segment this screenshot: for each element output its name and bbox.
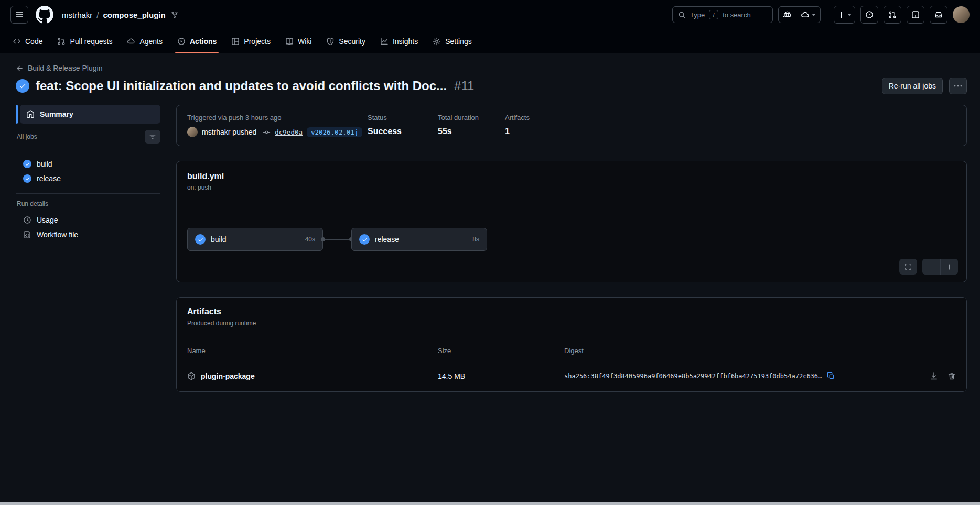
git-commit-icon (263, 128, 271, 136)
graph-node-release[interactable]: release 8s (351, 228, 487, 251)
rerun-all-jobs-button[interactable]: Re-run all jobs (882, 78, 943, 94)
run-options-kebab-button[interactable] (949, 78, 967, 94)
zoom-out-button[interactable] (922, 259, 940, 275)
play-icon (177, 37, 186, 46)
tab-code[interactable]: Code (7, 29, 48, 53)
tab-settings[interactable]: Settings (427, 29, 477, 53)
search-placeholder-prefix: Type (690, 11, 705, 19)
hamburger-menu-button[interactable] (10, 6, 28, 24)
artifact-size: 14.5 MB (438, 372, 564, 380)
graph-fit-view-button[interactable] (899, 259, 917, 275)
tab-insights[interactable]: Insights (375, 29, 423, 53)
tab-actions[interactable]: Actions (172, 29, 222, 53)
tag-badge[interactable]: v2026.02.01j (307, 127, 362, 137)
workflow-graph: build 40s release 8s (187, 199, 956, 261)
artifacts-table-header: Name Size Digest (177, 342, 966, 360)
shield-icon (326, 37, 335, 46)
fork-icon (171, 11, 178, 18)
search-input[interactable]: Type / to search (672, 6, 773, 23)
breadcrumb: mstrhakr / compose_plugin (62, 10, 178, 19)
artifacts-title: Artifacts (187, 307, 956, 316)
user-avatar[interactable] (953, 6, 970, 23)
artifacts-label: Artifacts (505, 114, 530, 122)
breadcrumb-repo[interactable]: compose_plugin (103, 10, 166, 19)
zoom-in-button[interactable] (940, 259, 958, 275)
node-duration: 8s (472, 236, 479, 243)
run-summary-card: Triggered via push 3 hours ago mstrhakr … (176, 105, 967, 146)
workflow-graph-card: build.yml on: push build 40s release 8s (176, 161, 967, 282)
minus-icon (928, 264, 935, 270)
back-to-workflow-link[interactable]: Build & Release Plugin (16, 64, 102, 72)
status-label: Status (368, 114, 438, 122)
actor-login[interactable]: mstrhakr (202, 128, 230, 136)
issues-button[interactable] (860, 6, 878, 24)
package-icon (187, 372, 196, 380)
trash-icon[interactable] (947, 372, 956, 380)
sidebar-item-workflow-file[interactable]: Workflow file (16, 227, 160, 242)
graph-zoom-controls (922, 259, 958, 275)
tab-security[interactable]: Security (321, 29, 371, 53)
pull-requests-button[interactable] (884, 6, 901, 24)
success-check-icon (16, 79, 29, 93)
duration-value-link[interactable]: 55s (438, 127, 452, 136)
notifications-button[interactable] (930, 6, 947, 24)
issue-opened-icon (865, 10, 874, 19)
tab-label: Wiki (298, 37, 311, 46)
tab-label: Code (25, 37, 42, 46)
graph-node-build[interactable]: build 40s (187, 228, 323, 251)
cloud-icon (801, 10, 810, 19)
breadcrumb-separator: / (96, 10, 99, 19)
artifact-name-link[interactable]: plugin-package (201, 372, 255, 380)
actor-avatar[interactable] (187, 127, 198, 137)
sidebar-job-build[interactable]: build (16, 157, 160, 171)
copy-icon[interactable] (827, 372, 835, 380)
copilot-button[interactable] (779, 7, 796, 23)
node-duration: 40s (305, 236, 315, 243)
tab-label: Agents (139, 37, 163, 46)
workflow-trigger: on: push (187, 184, 956, 191)
hamburger-icon (15, 10, 24, 19)
sidebar-divider (16, 193, 160, 194)
sidebar-item-summary[interactable]: Summary (20, 105, 160, 124)
tab-wiki[interactable]: Wiki (280, 29, 317, 53)
tab-projects[interactable]: Projects (226, 29, 276, 53)
copilot-button-group (778, 6, 821, 23)
success-check-icon (23, 160, 31, 168)
tab-label: Actions (190, 37, 217, 46)
run-sidebar: Summary All jobs build release Run (16, 105, 160, 242)
copilot-agents-button[interactable] (796, 7, 820, 23)
code-icon (13, 37, 21, 46)
tab-agents[interactable]: Agents (122, 29, 168, 53)
breadcrumb-owner[interactable]: mstrhakr (62, 10, 92, 19)
run-details-label: Run details (17, 200, 160, 207)
header-divider (827, 9, 827, 20)
selected-indicator-bar (16, 105, 18, 124)
inbox-icon (934, 10, 943, 19)
sidebar-item-usage[interactable]: Usage (16, 213, 160, 227)
success-check-icon (195, 234, 206, 245)
tab-pull-requests[interactable]: Pull requests (52, 29, 117, 53)
create-new-button[interactable] (834, 6, 855, 24)
chevron-down-icon (847, 13, 852, 16)
filter-icon (149, 133, 156, 140)
download-icon[interactable] (930, 372, 938, 380)
sidebar-divider (16, 150, 160, 150)
filter-jobs-button[interactable] (145, 130, 160, 144)
node-name: release (375, 235, 399, 244)
slash-key-badge: / (709, 10, 718, 19)
status-value: Success (368, 127, 438, 136)
all-jobs-label: All jobs (17, 133, 37, 140)
commit-sha-link[interactable]: dc9ed0a (275, 128, 303, 136)
book-icon (285, 37, 294, 46)
artifacts-count-link[interactable]: 1 (505, 127, 510, 136)
graph-icon (380, 37, 389, 46)
workflow-file-label: Workflow file (37, 230, 78, 239)
duration-label: Total duration (438, 114, 505, 122)
run-number: #11 (454, 79, 474, 93)
artifact-digest: sha256:38f49f3d8405996a9f06469e8b5a29942… (564, 372, 822, 380)
github-logo-icon[interactable] (36, 6, 53, 24)
copilot-icon (783, 10, 792, 19)
tab-label: Pull requests (70, 37, 112, 46)
sidebar-job-release[interactable]: release (16, 171, 160, 186)
projects-panel-button[interactable] (907, 6, 924, 24)
